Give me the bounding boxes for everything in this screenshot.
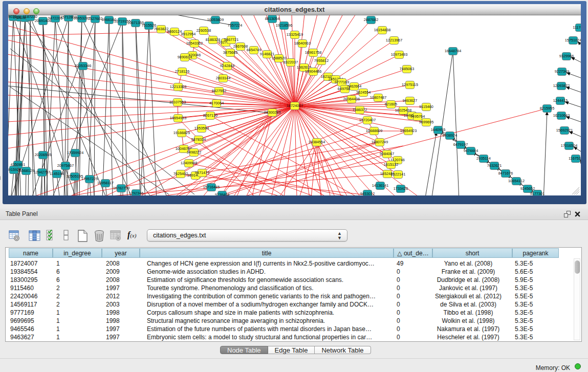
svg-text:7625402: 7625402 bbox=[173, 171, 188, 176]
svg-text:3498222: 3498222 bbox=[187, 150, 201, 155]
svg-text:19904486: 19904486 bbox=[305, 69, 321, 74]
svg-text:1145194: 1145194 bbox=[50, 171, 64, 176]
svg-text:1244415: 1244415 bbox=[553, 98, 568, 103]
svg-text:1640955: 1640955 bbox=[431, 127, 445, 132]
svg-text:10688609: 10688609 bbox=[366, 128, 382, 133]
svg-text:19654923: 19654923 bbox=[400, 128, 417, 133]
svg-text:8215955: 8215955 bbox=[540, 106, 554, 111]
svg-text:17359924: 17359924 bbox=[67, 150, 83, 155]
svg-text:12505195: 12505195 bbox=[67, 174, 83, 179]
svg-text:8267130: 8267130 bbox=[203, 113, 217, 118]
svg-text:15751074: 15751074 bbox=[565, 38, 581, 42]
svg-text:19384554: 19384554 bbox=[309, 140, 325, 144]
svg-text:1615132: 1615132 bbox=[384, 162, 398, 167]
svg-text:9890614: 9890614 bbox=[178, 55, 192, 59]
svg-text:2260538: 2260538 bbox=[197, 28, 211, 33]
svg-text:9453012: 9453012 bbox=[360, 191, 375, 195]
svg-text:17957225: 17957225 bbox=[81, 177, 98, 181]
svg-text:9227349: 9227349 bbox=[555, 69, 569, 74]
svg-text:1353594: 1353594 bbox=[194, 126, 209, 130]
svg-text:12213967: 12213967 bbox=[386, 38, 402, 42]
svg-text:12213369: 12213369 bbox=[170, 84, 186, 89]
svg-text:4170064: 4170064 bbox=[209, 101, 224, 105]
svg-text:11568129: 11568129 bbox=[18, 168, 34, 173]
svg-text:1117654: 1117654 bbox=[573, 25, 581, 30]
svg-text:16543362: 16543362 bbox=[186, 41, 203, 46]
svg-text:8454749: 8454749 bbox=[247, 48, 261, 52]
svg-text:8813054: 8813054 bbox=[265, 16, 279, 21]
svg-text:9245652: 9245652 bbox=[520, 186, 535, 191]
svg-text:5878334: 5878334 bbox=[191, 137, 206, 142]
svg-text:9474444: 9474444 bbox=[464, 148, 478, 153]
svg-text:10807487: 10807487 bbox=[370, 95, 386, 100]
svg-text:16961758: 16961758 bbox=[305, 50, 321, 55]
svg-text:5467721: 5467721 bbox=[224, 37, 238, 42]
svg-text:17016504: 17016504 bbox=[561, 143, 577, 148]
svg-text:16053809: 16053809 bbox=[207, 17, 224, 22]
svg-text:7632621: 7632621 bbox=[487, 163, 502, 168]
svg-text:18724007: 18724007 bbox=[287, 103, 303, 108]
svg-text:6479197: 6479197 bbox=[453, 142, 468, 147]
svg-text:2867608: 2867608 bbox=[233, 44, 248, 49]
svg-text:18807249: 18807249 bbox=[372, 140, 388, 144]
svg-text:19654933: 19654933 bbox=[170, 116, 186, 120]
svg-text:7386372: 7386372 bbox=[353, 107, 367, 112]
svg-text:13325419: 13325419 bbox=[287, 32, 303, 37]
svg-text:9495764: 9495764 bbox=[410, 114, 425, 119]
svg-text:10107553: 10107553 bbox=[169, 100, 186, 104]
svg-text:19166825: 19166825 bbox=[173, 130, 190, 135]
svg-text:20975867: 20975867 bbox=[57, 163, 74, 168]
svg-text:3624554: 3624554 bbox=[356, 90, 371, 95]
svg-text:12942757: 12942757 bbox=[34, 170, 50, 174]
svg-text:18640910: 18640910 bbox=[294, 41, 311, 46]
svg-text:9115460: 9115460 bbox=[419, 104, 433, 109]
svg-text:8322037: 8322037 bbox=[284, 60, 298, 64]
svg-text:15720407: 15720407 bbox=[359, 118, 376, 122]
svg-text:7955812: 7955812 bbox=[314, 58, 329, 63]
svg-text:12409948: 12409948 bbox=[181, 161, 197, 165]
svg-text:2718126: 2718126 bbox=[175, 69, 189, 74]
svg-text:9177301: 9177301 bbox=[530, 191, 545, 195]
svg-text:8938924: 8938924 bbox=[443, 133, 457, 138]
svg-text:2887682: 2887682 bbox=[364, 17, 378, 22]
svg-text:20053346: 20053346 bbox=[75, 63, 91, 68]
svg-text:20206565: 20206565 bbox=[35, 152, 51, 157]
svg-text:1292346: 1292346 bbox=[129, 191, 143, 195]
svg-text:9084067: 9084067 bbox=[380, 151, 394, 156]
svg-text:9463627: 9463627 bbox=[403, 98, 417, 103]
svg-text:2522141: 2522141 bbox=[391, 172, 405, 177]
svg-text:10958117: 10958117 bbox=[97, 181, 114, 185]
svg-text:8471676: 8471676 bbox=[498, 171, 513, 176]
svg-text:8860124: 8860124 bbox=[167, 29, 182, 34]
svg-text:8912954: 8912954 bbox=[181, 32, 195, 36]
svg-text:9471479: 9471479 bbox=[195, 170, 209, 175]
svg-text:9238404: 9238404 bbox=[215, 192, 229, 195]
svg-text:2935114: 2935114 bbox=[476, 156, 491, 161]
svg-text:16782759: 16782759 bbox=[113, 186, 129, 190]
svg-text:15692971: 15692971 bbox=[556, 128, 573, 133]
svg-text:16154838: 16154838 bbox=[374, 28, 390, 32]
svg-text:2803144: 2803144 bbox=[216, 76, 230, 80]
svg-text:7485063: 7485063 bbox=[400, 67, 414, 71]
svg-text:621605: 621605 bbox=[385, 102, 397, 106]
svg-text:1733426: 1733426 bbox=[394, 186, 408, 191]
svg-text:16210643: 16210643 bbox=[553, 113, 570, 118]
svg-text:14136141: 14136141 bbox=[372, 183, 388, 188]
svg-text:9699695: 9699695 bbox=[419, 120, 433, 124]
svg-text:19218596: 19218596 bbox=[276, 23, 292, 28]
svg-text:16648784: 16648784 bbox=[445, 49, 461, 53]
svg-text:12093872: 12093872 bbox=[553, 83, 570, 88]
svg-text:15716485: 15716485 bbox=[203, 185, 220, 189]
svg-text:7357224: 7357224 bbox=[228, 23, 242, 28]
svg-text:7515526: 7515526 bbox=[142, 23, 156, 28]
svg-text:1527602: 1527602 bbox=[88, 16, 102, 21]
svg-text:28300293: 28300293 bbox=[264, 110, 280, 115]
svg-text:12975115: 12975115 bbox=[402, 82, 418, 87]
svg-text:9329966: 9329966 bbox=[559, 54, 574, 58]
svg-text:3875685: 3875685 bbox=[223, 50, 237, 55]
svg-text:10973493: 10973493 bbox=[391, 52, 407, 57]
svg-text:20364436: 20364436 bbox=[343, 97, 360, 101]
svg-text:8427552: 8427552 bbox=[212, 89, 226, 93]
svg-text:1167534: 1167534 bbox=[569, 156, 581, 161]
svg-text:9242848: 9242848 bbox=[220, 63, 234, 68]
